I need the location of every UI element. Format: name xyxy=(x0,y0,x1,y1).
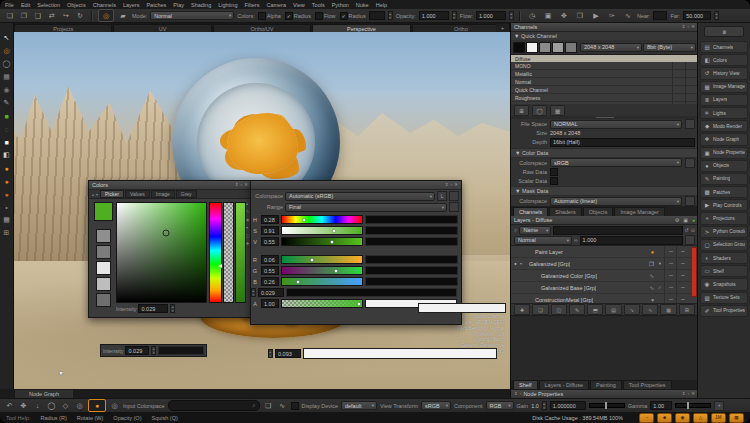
intensity-strip[interactable] xyxy=(235,202,246,303)
sidebar-palette-item[interactable]: ✐ Tool Properties xyxy=(700,305,748,317)
opacity-field[interactable]: 1.000 xyxy=(419,11,449,20)
colorspace-lock-button[interactable]: L xyxy=(437,191,447,201)
node-properties-bar[interactable]: ⇕▫ Node Properties ⇕▫✕ xyxy=(511,389,698,398)
file-tool-icon[interactable]: ❏ xyxy=(4,11,16,21)
channel-gradient-slider[interactable] xyxy=(281,255,363,264)
viewport-tab[interactable]: Ortho/UV xyxy=(213,24,311,32)
file-tool-icon[interactable]: ↪ xyxy=(60,11,72,21)
channel-value-field[interactable]: 0.26 xyxy=(261,277,279,286)
search-extra-icon[interactable]: ↺ xyxy=(685,227,689,233)
window-button[interactable]: ▫ xyxy=(241,183,243,188)
status-badge-button[interactable]: ☻ xyxy=(657,413,672,423)
channel-cache-column[interactable] xyxy=(672,78,685,85)
menu-item[interactable]: Selection xyxy=(37,2,60,8)
slider-marker[interactable] xyxy=(303,218,306,221)
toolbar-checkbox[interactable]: ✓Radius xyxy=(285,12,311,20)
raw-data-checkbox[interactable] xyxy=(550,168,558,176)
channel-cache-column[interactable] xyxy=(672,86,685,93)
value-spinner[interactable] xyxy=(251,288,256,297)
black-swatch[interactable] xyxy=(513,42,525,53)
transform-tool-icon[interactable]: ◇ xyxy=(60,402,71,410)
layers-header-icon[interactable]: ▣ xyxy=(683,218,688,223)
tool-button[interactable]: ■ xyxy=(1,137,12,147)
component-dropdown[interactable]: RGB xyxy=(486,401,514,410)
checkbox-box[interactable] xyxy=(315,12,323,20)
menu-item[interactable]: File xyxy=(5,2,14,8)
channel-entry-box[interactable] xyxy=(365,226,458,235)
add-viewport-tab-button[interactable]: + xyxy=(496,24,509,32)
channel-cache-column[interactable] xyxy=(672,62,685,69)
channel-entry-box[interactable] xyxy=(365,266,458,275)
channel-row[interactable]: Normal xyxy=(511,78,698,86)
layer-action-button[interactable]: ⊞ xyxy=(679,304,695,315)
sidebar-palette-item[interactable]: ≣ Layers xyxy=(700,94,748,106)
quick-channel-row[interactable]: ▼ Quick Channel xyxy=(511,32,698,40)
hue-strip[interactable] xyxy=(209,202,222,303)
mask-colorspace-button[interactable] xyxy=(685,196,695,206)
picker-tab[interactable]: Picker xyxy=(100,190,124,198)
window-button[interactable]: ⇕ xyxy=(682,25,686,30)
channel-value-field[interactable]: 0.55 xyxy=(261,237,279,246)
view-tool-icon[interactable]: ∿ xyxy=(622,11,634,21)
search-mode-dropdown[interactable]: Name xyxy=(519,226,551,235)
window-button[interactable]: ▫ xyxy=(451,183,453,188)
menu-item[interactable]: Shading xyxy=(191,2,211,8)
eraser-icon[interactable]: ▰ xyxy=(117,11,129,21)
alpha-marker[interactable] xyxy=(357,302,360,305)
mask-colorspace-dropdown[interactable]: Automatic (linear) xyxy=(550,197,682,206)
transform-tool-icon[interactable]: ◎ xyxy=(74,402,85,410)
view-tool-icon[interactable]: ✑ xyxy=(606,11,618,21)
slider-marker[interactable] xyxy=(335,269,338,272)
sidebar-palette-item[interactable]: ▶ Play Controls xyxy=(700,199,748,211)
tool-button[interactable]: ✎ xyxy=(1,98,12,108)
channel-value-field[interactable]: 0.28 xyxy=(261,215,279,224)
channel-entry-box[interactable] xyxy=(365,237,458,246)
layer-add-button[interactable] xyxy=(685,235,695,245)
window-button[interactable]: ✕ xyxy=(691,25,695,30)
channel-value-field[interactable]: 0.91 xyxy=(261,226,279,235)
radius-field[interactable] xyxy=(369,11,385,20)
layer-action-button[interactable]: ➘ xyxy=(624,304,640,315)
menu-item[interactable]: Filters xyxy=(244,2,259,8)
layer-action-button[interactable]: ◫ xyxy=(551,304,567,315)
transform-tool-icon[interactable]: ✥ xyxy=(18,402,29,410)
picker-tab[interactable]: Grey xyxy=(176,190,197,198)
channel-gradient-slider[interactable] xyxy=(281,266,363,275)
channel-gradient-slider[interactable] xyxy=(281,226,363,235)
window-button[interactable]: ✕ xyxy=(454,183,458,188)
viewport-tab[interactable]: Projects xyxy=(14,24,112,32)
floating-intensity-field[interactable]: 0.029 xyxy=(125,346,149,355)
checkbox-box[interactable] xyxy=(258,12,266,20)
transform-tool-icon[interactable]: ↶ xyxy=(4,402,15,410)
menu-item[interactable]: Play xyxy=(173,2,184,8)
gain-slider-thumb[interactable] xyxy=(605,402,607,409)
library-icon[interactable]: ❏ xyxy=(263,402,274,410)
sidebar-palette-item[interactable]: ☀ Lights xyxy=(700,107,748,119)
sv-picker-marker[interactable] xyxy=(162,229,169,236)
sidebar-palette-item[interactable]: ◆ Modo Render xyxy=(700,120,748,132)
toolbar-checkbox[interactable]: ✓Radius xyxy=(340,12,366,20)
grey-swatch[interactable] xyxy=(565,42,577,53)
channel-size-dropdown[interactable]: 2048 x 2048 xyxy=(580,43,642,52)
sidebar-palette-item[interactable]: ❖ Node Graph xyxy=(700,133,748,145)
range-dropdown[interactable]: Final xyxy=(285,203,447,212)
channel-gradient-slider[interactable] xyxy=(281,215,363,224)
window-button[interactable]: ▫ xyxy=(688,25,690,30)
slider-marker[interactable] xyxy=(311,258,314,261)
alpha-value-field[interactable]: 1.00 xyxy=(261,299,279,308)
tool-button[interactable]: ◯ xyxy=(1,59,12,69)
gain-slider-track[interactable] xyxy=(589,403,625,408)
tool-button[interactable]: ● xyxy=(1,163,12,173)
sidebar-palette-item[interactable]: ▣ Node Properties xyxy=(700,147,748,159)
colorspace-button[interactable] xyxy=(685,158,695,168)
colorspace-dropdown[interactable]: sRGB xyxy=(550,158,682,167)
layer-column-b[interactable] xyxy=(676,258,688,269)
color-swatch[interactable] xyxy=(96,245,111,259)
channel-action-button[interactable]: ◯ xyxy=(532,105,547,116)
mask-data-section-header[interactable]: ▼ Mask Data xyxy=(511,186,698,196)
menu-item[interactable]: Nuke xyxy=(356,2,369,8)
color-picker-icon[interactable]: ◎ xyxy=(109,402,120,410)
layer-visibility-dot[interactable]: ● xyxy=(511,261,520,266)
channel-entry-box[interactable] xyxy=(365,215,458,224)
lut-checkbox[interactable] xyxy=(291,402,299,410)
